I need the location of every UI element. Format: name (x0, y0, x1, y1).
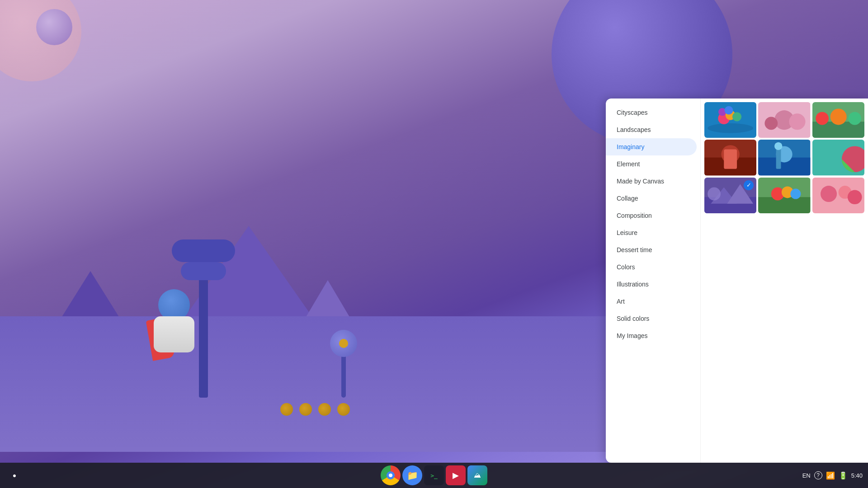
taskbar-left: ● (5, 466, 24, 484)
sky-sphere (0, 0, 81, 81)
svg-point-13 (816, 112, 829, 125)
wifi-icon: 📶 (826, 471, 835, 480)
taskbar-system-tray: EN ? 📶 🔋 5:40 (802, 471, 863, 480)
svg-point-14 (830, 108, 846, 125)
status-light-icon: ● (5, 466, 24, 484)
sidebar-item-made-by-canvas[interactable]: Made by Canvas (606, 173, 697, 190)
stadia-app-icon[interactable]: ▶ (446, 465, 466, 485)
battery-icon: 🔋 (839, 471, 848, 480)
sidebar-item-cityscapes[interactable]: Cityscapes (606, 104, 697, 121)
taskbar: ● 📁 >_ ▶ ⛰ EN ? 📶 🔋 5:40 (0, 463, 868, 488)
grid-image-1[interactable] (704, 102, 756, 138)
grid-image-2[interactable] (758, 102, 810, 138)
sidebar-item-landscapes[interactable]: Landscapes (606, 121, 697, 138)
wallpaper-panel: CityscapesLandscapesImaginaryElementMade… (606, 99, 868, 463)
panel-sidebar: CityscapesLandscapesImaginaryElementMade… (606, 99, 701, 463)
decorative-birds (280, 403, 350, 416)
svg-point-36 (791, 188, 801, 199)
svg-point-38 (821, 186, 837, 202)
sidebar-item-illustrations[interactable]: Illustrations (606, 276, 697, 293)
svg-point-1 (708, 123, 753, 133)
svg-rect-33 (758, 197, 810, 213)
character (136, 285, 217, 398)
grid-image-7[interactable]: ✓ (704, 178, 756, 213)
grid-image-3[interactable] (812, 102, 864, 138)
canvas-app-icon[interactable]: ⛰ (467, 465, 487, 485)
sidebar-item-imaginary[interactable]: Imaginary (606, 138, 697, 155)
sidebar-item-leisure[interactable]: Leisure (606, 224, 697, 241)
grid-image-8[interactable] (758, 178, 810, 213)
char-body (154, 316, 194, 352)
sidebar-item-dessert-time[interactable]: Dessert time (606, 241, 697, 258)
svg-point-15 (848, 112, 861, 125)
files-app-icon[interactable]: 📁 (402, 465, 422, 485)
lamp-top2 (181, 262, 226, 280)
terminal-app-icon[interactable]: >_ (424, 465, 444, 485)
sidebar-item-collage[interactable]: Collage (606, 190, 697, 207)
svg-rect-19 (724, 150, 737, 169)
svg-point-9 (765, 117, 778, 130)
clock: 5:40 (851, 472, 863, 479)
bird-2 (299, 403, 312, 416)
sidebar-item-composition[interactable]: Composition (606, 207, 697, 224)
windmill (326, 325, 362, 398)
svg-point-24 (774, 142, 782, 150)
sidebar-item-solid-colors[interactable]: Solid colors (606, 310, 697, 327)
taskbar-apps: 📁 >_ ▶ ⛰ (381, 465, 487, 485)
sphere-small-left (36, 9, 72, 45)
sidebar-item-colors[interactable]: Colors (606, 258, 697, 276)
svg-point-10 (789, 113, 806, 130)
help-icon: ? (814, 471, 822, 479)
grid-image-5[interactable] (758, 140, 810, 175)
svg-point-4 (732, 112, 741, 121)
image-grid: ✓ (701, 99, 868, 463)
sidebar-item-my-images[interactable]: My Images (606, 327, 697, 344)
sidebar-item-art[interactable]: Art (606, 293, 697, 310)
grid-image-4[interactable] (704, 140, 756, 175)
grid-image-6[interactable] (812, 140, 864, 175)
svg-point-6 (725, 106, 733, 115)
svg-point-40 (848, 190, 862, 204)
bird-4 (337, 403, 350, 416)
svg-point-31 (708, 187, 721, 200)
selected-checkmark: ✓ (744, 180, 754, 190)
bird-3 (318, 403, 331, 416)
bird-1 (280, 403, 293, 416)
language-indicator: EN (802, 472, 811, 479)
chrome-app-icon[interactable] (381, 465, 401, 485)
sidebar-item-element[interactable]: Element (606, 155, 697, 173)
grid-image-9[interactable] (812, 178, 864, 213)
lamp-top (172, 239, 235, 262)
windmill-petal (339, 339, 348, 348)
